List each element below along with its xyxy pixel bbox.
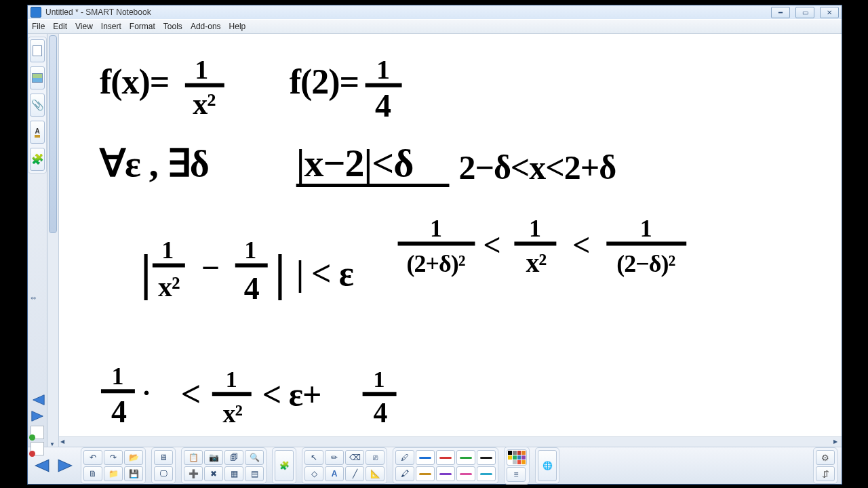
titlebar: Untitled * - SMART Notebook ━ ▭ ✕	[28, 5, 842, 19]
customize-toolbar-button[interactable]: ⚙	[816, 450, 835, 465]
shapes-tool[interactable]: ◇	[304, 466, 323, 481]
menu-insert[interactable]: Insert	[101, 22, 121, 31]
addons-button[interactable]: 🧩	[30, 148, 45, 171]
pen-color-8[interactable]	[477, 466, 496, 481]
menu-tools[interactable]: Tools	[163, 22, 182, 31]
svg-marker-48	[58, 460, 72, 471]
open-button[interactable]: 📂	[124, 450, 143, 465]
attachments-button[interactable]: 📎	[30, 94, 45, 117]
menu-addons[interactable]: Add-ons	[191, 22, 221, 31]
highlighter-tool[interactable]: 🖍	[395, 466, 414, 481]
svg-text:1: 1	[111, 363, 123, 390]
camera-button[interactable]: 📷	[204, 450, 223, 465]
screen-capture-button[interactable]: 🖥	[154, 450, 173, 465]
pen-color-4[interactable]	[477, 450, 496, 465]
svg-text:x²: x²	[193, 87, 216, 121]
new-button[interactable]: 🗎	[83, 466, 102, 481]
pen-color-7[interactable]	[456, 466, 475, 481]
format-group: ≡	[504, 447, 530, 485]
page-nav-panel	[31, 393, 45, 455]
maximize-button[interactable]: ▭	[795, 7, 814, 18]
svg-text:<: <	[181, 375, 201, 413]
file-group: ↶ ↷ 📂 🗎 📁 💾	[81, 447, 146, 484]
pen-color-5[interactable]	[416, 466, 435, 481]
panel-toggle[interactable]: ⇔	[31, 294, 40, 304]
svg-text:1: 1	[374, 367, 384, 392]
svg-text:x²: x²	[158, 271, 180, 302]
export-button[interactable]: 🗐	[224, 450, 243, 465]
bottom-toolbar: ↶ ↷ 📂 🗎 📁 💾 🖥 🖵 📋 📷 🗐 🔍	[28, 447, 842, 484]
paste-button[interactable]: 📋	[184, 450, 203, 465]
menu-format[interactable]: Format	[130, 22, 155, 31]
menubar: File Edit View Insert Format Tools Add-o…	[28, 19, 842, 34]
svg-marker-1	[32, 411, 43, 422]
svg-text:1: 1	[226, 367, 237, 392]
close-button[interactable]: ✕	[820, 7, 839, 18]
canvas[interactable]: f(x)= 1 x² f(2)= 1 4 ∀ε , ∃δ |x−2|<δ 2−δ…	[59, 34, 842, 447]
document-camera-button[interactable]: 🖵	[154, 466, 173, 481]
svg-text:|: |	[275, 245, 285, 300]
svg-text:4: 4	[375, 87, 391, 123]
vscroll[interactable]: ▲ ▼	[47, 34, 59, 447]
color-palette-button[interactable]	[507, 449, 527, 466]
svg-text:f(2)=: f(2)=	[290, 62, 359, 102]
svg-text:1: 1	[640, 216, 652, 243]
gallery-button[interactable]	[30, 66, 45, 89]
eraser-tool[interactable]: ⌫	[345, 450, 364, 465]
save-button[interactable]: 💾	[124, 466, 143, 481]
delete-button[interactable]: ✖	[204, 466, 223, 481]
search-button[interactable]: 🔍	[245, 450, 264, 465]
settings-group: ⚙ ⇵	[813, 447, 837, 484]
svg-marker-47	[35, 460, 49, 471]
menu-edit[interactable]: Edit	[53, 22, 67, 31]
pen-color-1[interactable]	[416, 450, 435, 465]
svg-text:|x−2|<δ: |x−2|<δ	[296, 141, 414, 185]
window-title: Untitled * - SMART Notebook	[45, 7, 151, 17]
pen-color-3[interactable]	[456, 450, 475, 465]
pen-color-6[interactable]	[436, 466, 455, 481]
edit-group: 📋 📷 🗐 🔍 ➕ ✖ ▦ ▤	[181, 447, 267, 484]
undo-button[interactable]: ↶	[83, 450, 102, 465]
pen-group: 🖊 🖍	[393, 447, 498, 484]
menu-help[interactable]: Help	[229, 22, 246, 31]
left-toolbar-group: 📎 A 🧩	[28, 37, 47, 174]
prev-page-button[interactable]	[31, 393, 45, 407]
hscroll-left-icon[interactable]: ◀	[60, 439, 67, 445]
add-page-btn2[interactable]: ➕	[184, 466, 203, 481]
svg-text:|: |	[140, 245, 151, 300]
text-tool[interactable]: A	[325, 466, 344, 481]
svg-text:1: 1	[244, 237, 256, 264]
table-button[interactable]: ▦	[224, 466, 243, 481]
next-page-button[interactable]	[31, 409, 45, 423]
menu-view[interactable]: View	[75, 22, 93, 31]
delete-page-button[interactable]	[31, 442, 44, 455]
fill-tool[interactable]: ⎚	[366, 450, 384, 465]
internet-button[interactable]: 🌐	[538, 450, 557, 481]
page-sorter-button[interactable]	[30, 39, 45, 62]
hscroll-right-icon[interactable]: ▶	[833, 439, 840, 445]
pen-tool[interactable]: 🖊	[395, 450, 414, 465]
properties-button[interactable]: A	[30, 121, 45, 144]
pen-color-2[interactable]	[436, 450, 455, 465]
magic-pen-tool[interactable]: ✏	[325, 450, 344, 465]
select-tool[interactable]: ↖	[304, 450, 323, 465]
line-style-button[interactable]: ≡	[507, 467, 526, 482]
minimize-button[interactable]: ━	[771, 7, 790, 18]
open-file-button[interactable]: 📁	[104, 466, 123, 481]
add-page-button[interactable]	[31, 426, 44, 439]
hscroll[interactable]: ◀ ▶	[59, 436, 842, 447]
vscroll-thumb[interactable]	[49, 35, 57, 233]
ink-layer: f(x)= 1 x² f(2)= 1 4 ∀ε , ∃δ |x−2|<δ 2−δ…	[59, 34, 842, 447]
redo-button[interactable]: ↷	[104, 450, 123, 465]
menu-file[interactable]: File	[32, 22, 45, 31]
toolbar-next-button[interactable]	[56, 451, 75, 481]
svg-text:<: <	[483, 228, 500, 262]
app-icon	[31, 7, 41, 18]
move-toolbar-button[interactable]: ⇵	[816, 466, 835, 481]
grid-button[interactable]: ▤	[245, 466, 264, 481]
ruler-tool[interactable]: 📐	[366, 466, 384, 481]
addon-button[interactable]: 🧩	[275, 450, 294, 481]
view-group: 🖥 🖵	[151, 447, 176, 484]
line-tool[interactable]: ╱	[345, 466, 364, 481]
vscroll-down-icon[interactable]: ▼	[50, 441, 55, 447]
